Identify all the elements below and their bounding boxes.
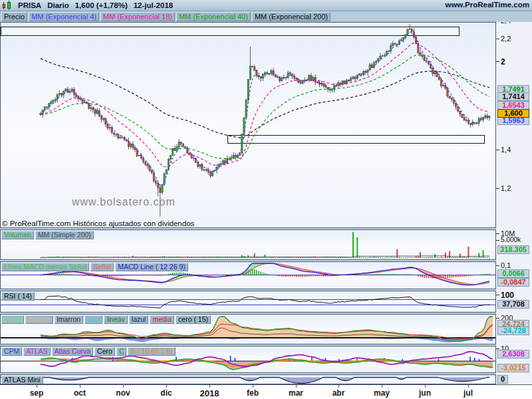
macd-hist-badge: 0,0066 (497, 269, 529, 278)
legend-lmarron[interactable]: lmarron (55, 315, 84, 324)
title-bar: PRISA Diario 1,600 (+1,78%) 12-jul-2018 … (0, 0, 532, 11)
year-label: 2018 (200, 388, 219, 398)
legend-lazul[interactable]: lazul (129, 315, 149, 324)
legend-cero-atlas[interactable]: Cero (94, 347, 115, 356)
last-price-change: 1,600 (+1,78%) (75, 1, 128, 9)
legend-ema40[interactable]: MM (Exponencial 40) (176, 12, 251, 21)
legend-c[interactable]: C (116, 347, 127, 356)
copyright-note: © ProRealTime.com Históricos ajustados c… (2, 219, 194, 227)
macd-tick: 0,1 (501, 261, 511, 269)
legend-lineav[interactable]: lineav (104, 315, 127, 324)
atlas-mini-panel: ATLAS Mini (0, 374, 496, 384)
legend-cero[interactable]: cero ( 15) (176, 315, 211, 324)
legend-macd-hist[interactable]: Línea MACD menos Señal (1, 263, 89, 271)
volume-tick: 5.000k (501, 236, 521, 243)
legend-atlas-curva[interactable]: Atlas Curva (52, 347, 93, 356)
price-tick: 1,2 (501, 184, 511, 192)
month-label: mar (289, 388, 303, 398)
month-label: abr (332, 388, 345, 398)
macd-signal-badge: -0,0847 (497, 278, 529, 287)
atlas-mini-canvas[interactable] (1, 375, 495, 384)
candlestick-icon (2, 1, 12, 10)
month-label: dic (160, 388, 172, 398)
atlas-magenta-badge: 2,6308 (497, 350, 529, 358)
legend-atlas[interactable]: ATLAS (23, 347, 50, 356)
prorealtime-link[interactable]: www.ProRealTime.com (445, 1, 529, 9)
legend-ema200[interactable]: MM (Exponencial 200) (252, 12, 331, 21)
month-label: nov (116, 388, 130, 398)
price-tick: 2 (501, 57, 505, 66)
symbol-name: PRISA (18, 1, 41, 9)
time-axis[interactable]: sep oct nov dic 2018 feb mar abr may jun… (0, 384, 532, 399)
month-label: jul (464, 388, 473, 398)
legend-media[interactable]: media (150, 315, 174, 324)
atlas-panel: CPM ATLAS Atlas Curva Cero C S ( 10 60 1… (0, 346, 496, 373)
month-label: feb (247, 388, 259, 398)
legend-rsi[interactable]: RSI ( 14) (1, 292, 35, 301)
legend-volumen[interactable]: Volumen (1, 231, 34, 239)
price-tick: 2,2 (501, 35, 511, 43)
custom-oscillator-panel: verde marron lmarron azul lineav lazul m… (0, 314, 496, 344)
atlas-mini-badge: 0 (497, 375, 508, 384)
rsi-badge: 37,708 (497, 300, 529, 309)
legend-vol-ma[interactable]: MM (Simple 200) (35, 231, 94, 239)
legend-precio[interactable]: Precio (1, 12, 27, 21)
ema200-badge: 1,7414 (497, 92, 529, 101)
month-label: sep (30, 388, 44, 398)
legend-macd-signal[interactable]: Señal (90, 263, 114, 271)
rsi-tick: 100 (501, 291, 514, 300)
legend-macd-line[interactable]: MACD Line ( 12 26 9) (115, 263, 188, 271)
price-tick: 1,4 (501, 146, 511, 154)
legend-ema18[interactable]: MM (Exponencial 18) (100, 12, 175, 21)
legend-marron[interactable]: marron (25, 315, 53, 324)
month-label: jun (419, 388, 431, 398)
legend-cpm[interactable]: CPM (1, 347, 22, 356)
timeframe-label: Diario (47, 1, 69, 9)
date-label: 12-jul-2018 (134, 1, 173, 9)
osc-bottom-badge: -24,728 (497, 327, 529, 335)
legend-ema4[interactable]: MM (Exponencial 4) (29, 12, 99, 21)
watermark: www.bolsatero.com (72, 196, 176, 208)
price-legend-row: Precio MM (Exponencial 4) MM (Exponencia… (0, 11, 532, 22)
atlas-orange-badge: -3,0215 (497, 364, 529, 372)
volume-panel: Volumen MM (Simple 200) (0, 229, 496, 260)
legend-azul[interactable]: azul (84, 315, 102, 324)
month-label: may (374, 388, 390, 398)
rsi-canvas[interactable] (1, 291, 495, 312)
legend-atlas-mini[interactable]: ATLAS Mini (1, 376, 43, 384)
legend-s[interactable]: S ( 10 60 1.6) (128, 347, 176, 356)
right-axis-gutter: 2,4 2,2 2 1,4 1,2 1,7491 1,7414 1,6543 1… (496, 11, 532, 384)
legend-verde[interactable]: verde (1, 315, 24, 324)
month-label: oct (74, 388, 86, 398)
volume-badge: 318.305 (497, 245, 529, 254)
rsi-panel: RSI ( 14) (0, 291, 496, 313)
macd-panel: Línea MACD menos Señal Señal MACD Line (… (0, 261, 496, 289)
last-price-badge: 1,600 (497, 109, 529, 118)
